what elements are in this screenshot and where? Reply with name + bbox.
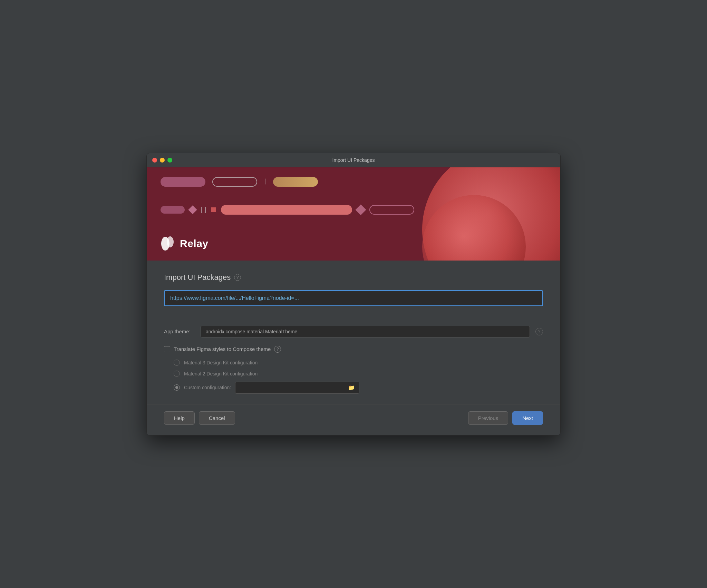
radio-group: Material 3 Design Kit configuration Mate… xyxy=(164,360,543,394)
banner-pill-outline xyxy=(369,205,414,215)
radio-label-material2: Material 2 Design Kit configuration xyxy=(184,371,258,376)
translate-label: Translate Figma styles to Compose theme xyxy=(174,346,271,352)
translate-row: Translate Figma styles to Compose theme … xyxy=(164,346,543,353)
divider xyxy=(164,316,543,316)
banner-pill-2 xyxy=(212,177,257,187)
relay-logo-text: Relay xyxy=(180,238,209,249)
minimize-button[interactable] xyxy=(160,158,165,163)
radio-custom[interactable] xyxy=(174,384,180,391)
banner-diamond-icon xyxy=(188,205,197,214)
custom-config-input-wrapper: 📁 xyxy=(235,382,359,394)
folder-browse-icon[interactable]: 📁 xyxy=(348,384,355,391)
footer-left: Help Cancel xyxy=(164,411,235,425)
radio-material3[interactable] xyxy=(174,360,180,366)
section-title-row: Import UI Packages ? xyxy=(164,273,543,282)
custom-config-row: Custom configuration: 📁 xyxy=(174,382,543,394)
banner-diamond-2-icon xyxy=(355,204,366,215)
banner-pill-3 xyxy=(273,177,318,187)
app-theme-row: App theme: ? xyxy=(164,326,543,337)
banner-pill-small xyxy=(161,206,185,214)
banner-top-row: / xyxy=(161,177,546,187)
next-button[interactable]: Next xyxy=(512,411,543,425)
footer-right: Previous Next xyxy=(468,411,543,425)
url-input-container xyxy=(164,290,543,306)
radio-label-material3: Material 3 Design Kit configuration xyxy=(184,360,258,365)
relay-logo-row: Relay xyxy=(161,236,546,251)
cancel-button[interactable]: Cancel xyxy=(199,411,235,425)
main-content: Import UI Packages ? App theme: ? Transl… xyxy=(147,261,560,404)
svg-point-1 xyxy=(167,236,174,247)
theme-help-icon[interactable]: ? xyxy=(535,328,543,335)
previous-button[interactable]: Previous xyxy=(468,411,508,425)
banner-pill-1 xyxy=(161,177,205,187)
radio-material2[interactable] xyxy=(174,371,180,377)
help-button[interactable]: Help xyxy=(164,411,195,425)
hero-banner: / [ ] Relay xyxy=(147,167,560,261)
relay-logo-icon xyxy=(161,236,175,251)
banner-pill-long xyxy=(221,205,352,215)
banner-bottom-row: [ ] xyxy=(161,205,546,215)
title-bar: Import UI Packages xyxy=(147,153,560,167)
custom-config-label: Custom configuration: xyxy=(184,385,231,390)
url-input[interactable] xyxy=(164,290,543,306)
window-title: Import UI Packages xyxy=(332,157,375,163)
app-theme-label: App theme: xyxy=(164,329,195,334)
banner-square-icon xyxy=(211,207,216,212)
section-help-icon[interactable]: ? xyxy=(234,274,241,281)
app-theme-input[interactable] xyxy=(201,326,530,337)
maximize-button[interactable] xyxy=(167,158,172,163)
app-window: Import UI Packages / [ ] Relay xyxy=(146,153,561,435)
custom-config-input[interactable] xyxy=(240,385,345,390)
radio-row-material2: Material 2 Design Kit configuration xyxy=(174,371,543,377)
banner-slash-icon: / xyxy=(263,177,268,186)
close-button[interactable] xyxy=(152,158,157,163)
banner-bracket-icon: [ ] xyxy=(201,206,206,214)
traffic-lights xyxy=(152,158,172,163)
radio-row-material3: Material 3 Design Kit configuration xyxy=(174,360,543,366)
translate-checkbox[interactable] xyxy=(164,346,170,352)
section-title-text: Import UI Packages xyxy=(164,273,231,282)
translate-help-icon[interactable]: ? xyxy=(274,346,281,353)
footer: Help Cancel Previous Next xyxy=(147,404,560,435)
